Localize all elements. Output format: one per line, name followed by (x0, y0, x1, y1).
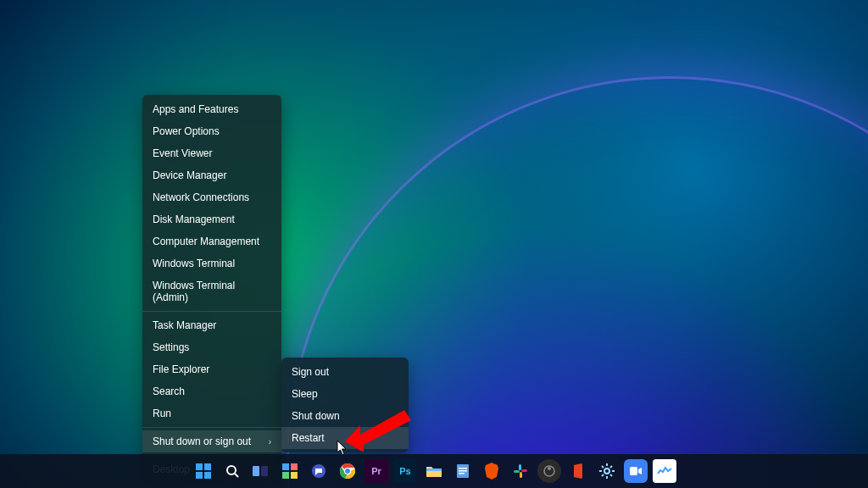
svg-point-27 (604, 469, 609, 474)
svg-rect-23 (520, 472, 522, 478)
taskbar-start[interactable] (192, 459, 215, 483)
submenu-shut-down[interactable]: Shut down (281, 405, 409, 427)
menu-shut-down-or-sign-out[interactable]: Shut down or sign out › (142, 430, 281, 452)
taskbar-slack[interactable] (509, 459, 532, 483)
taskbar-widgets[interactable] (278, 459, 302, 483)
chrome-icon (339, 463, 356, 480)
shutdown-submenu: Sign out Sleep Shut down Restart (281, 358, 409, 452)
taskbar-zoom[interactable] (624, 459, 648, 483)
submenu-sleep[interactable]: Sleep (281, 383, 409, 405)
chat-icon (311, 463, 326, 479)
svg-point-5 (227, 466, 236, 474)
taskbar-brave[interactable] (480, 459, 504, 483)
notepad-icon (456, 463, 470, 479)
taskbar-chrome[interactable] (336, 459, 359, 483)
menu-settings[interactable]: Settings (142, 336, 281, 358)
taskbar-premiere[interactable]: Pr (364, 459, 388, 483)
svg-line-34 (602, 474, 604, 476)
svg-rect-18 (459, 468, 467, 469)
task-view-icon (253, 464, 270, 478)
svg-rect-1 (196, 463, 203, 470)
svg-rect-11 (282, 472, 289, 479)
taskbar-monitor[interactable] (653, 459, 676, 483)
svg-rect-16 (426, 469, 442, 471)
menu-task-manager[interactable]: Task Manager (142, 314, 281, 336)
svg-rect-36 (630, 467, 637, 475)
menu-disk-management[interactable]: Disk Management (142, 208, 281, 230)
submenu-sign-out[interactable]: Sign out (281, 361, 409, 383)
search-icon (225, 463, 240, 479)
svg-rect-20 (459, 473, 465, 474)
obs-icon (543, 465, 555, 477)
menu-power-options[interactable]: Power Options (142, 120, 281, 142)
svg-rect-8 (261, 466, 268, 476)
winx-context-menu: Apps and Features Power Options Event Vi… (142, 95, 281, 484)
chevron-right-icon: › (269, 437, 271, 446)
menu-search[interactable]: Search (142, 380, 281, 402)
svg-line-32 (602, 466, 604, 468)
menu-event-viewer[interactable]: Event Viewer (142, 142, 281, 164)
menu-windows-terminal-admin[interactable]: Windows Terminal (Admin) (142, 274, 281, 308)
svg-rect-7 (253, 466, 259, 476)
menu-separator (142, 311, 281, 312)
svg-rect-3 (196, 472, 203, 479)
svg-rect-21 (519, 464, 521, 470)
monitor-icon (657, 466, 672, 476)
menu-network-connections[interactable]: Network Connections (142, 186, 281, 208)
svg-rect-12 (291, 472, 298, 479)
svg-rect-9 (282, 463, 289, 470)
folder-icon (426, 464, 442, 478)
taskbar-chat[interactable] (307, 459, 331, 483)
menu-windows-terminal[interactable]: Windows Terminal (142, 252, 281, 274)
menu-separator (142, 427, 281, 428)
taskbar-search[interactable] (220, 459, 244, 483)
taskbar-notepad[interactable] (451, 459, 475, 483)
menu-apps-and-features[interactable]: Apps and Features (142, 98, 281, 120)
desktop-wallpaper (0, 0, 868, 488)
taskbar: Pr Ps (0, 454, 868, 488)
svg-rect-2 (204, 463, 211, 470)
widgets-icon (282, 463, 298, 479)
brave-icon (484, 463, 499, 480)
taskbar-office[interactable] (566, 459, 590, 483)
submenu-restart[interactable]: Restart (281, 427, 409, 449)
start-icon (196, 463, 211, 479)
taskbar-settings[interactable] (595, 459, 619, 483)
taskbar-file-explorer[interactable] (422, 459, 446, 483)
svg-line-35 (610, 466, 612, 468)
taskbar-obs[interactable] (537, 459, 561, 483)
svg-point-26 (548, 467, 551, 470)
menu-device-manager[interactable]: Device Manager (142, 164, 281, 186)
menu-run[interactable]: Run (142, 402, 281, 424)
premiere-icon: Pr (371, 466, 381, 476)
office-icon (571, 463, 585, 479)
svg-rect-24 (521, 469, 527, 472)
svg-point-15 (345, 469, 351, 474)
slack-icon (513, 463, 528, 479)
taskbar-photoshop[interactable]: Ps (393, 459, 417, 483)
gear-icon (599, 463, 615, 479)
taskbar-task-view[interactable] (249, 459, 273, 483)
photoshop-icon: Ps (399, 466, 410, 476)
svg-line-33 (610, 474, 612, 476)
svg-rect-4 (204, 472, 211, 479)
menu-computer-management[interactable]: Computer Management (142, 230, 281, 252)
menu-file-explorer[interactable]: File Explorer (142, 358, 281, 380)
camera-icon (630, 467, 642, 475)
svg-rect-19 (459, 470, 467, 472)
svg-rect-10 (291, 463, 298, 470)
svg-line-6 (235, 474, 238, 477)
svg-rect-22 (514, 470, 520, 473)
